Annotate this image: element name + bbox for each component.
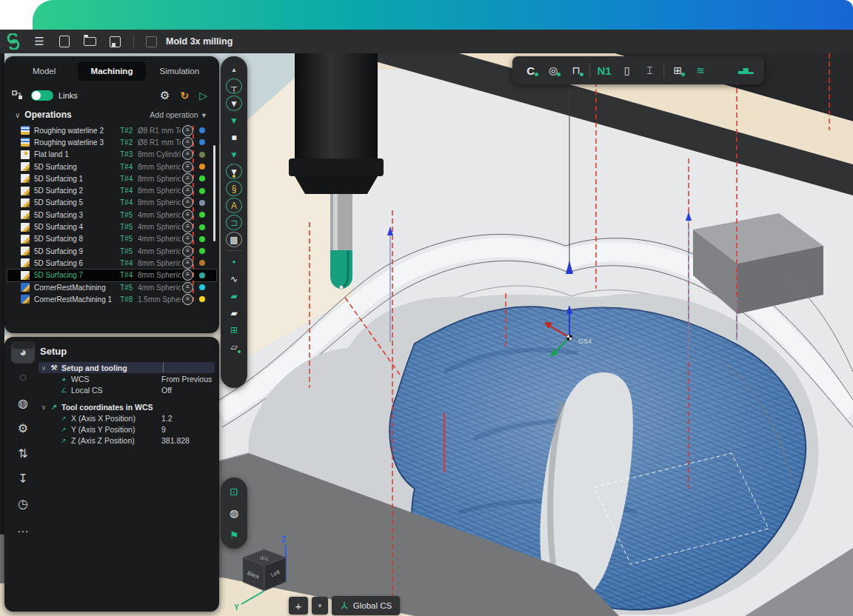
tool-pair-icon[interactable]: ⌶	[640, 61, 658, 79]
surface-grid-icon[interactable]: ⊞	[225, 321, 243, 338]
tab-machining[interactable]: Machining	[78, 61, 145, 81]
recalculate-button[interactable]: ↻	[180, 90, 189, 101]
stock-dashed-icon[interactable]: ◌	[11, 366, 35, 389]
stop-block-icon[interactable]: ■	[225, 129, 243, 146]
open-project-button[interactable]	[83, 35, 96, 48]
view-sphere-icon[interactable]: ◍	[226, 505, 242, 521]
operations-scrollbar[interactable]	[213, 145, 215, 241]
new-project-button[interactable]	[58, 35, 71, 48]
layers-icon[interactable]	[715, 61, 732, 79]
operation-row[interactable]: CornerRestMachining 1 T#8 1.5mm Spheri ≡	[7, 293, 216, 305]
operation-row[interactable]: 5D Surfacing 1 T#4 8mm Spherica ≡	[7, 173, 216, 184]
operation-tool-number: T#5	[120, 284, 138, 292]
collapse-toolbar-icon[interactable]: ▴	[225, 61, 243, 78]
operation-row[interactable]: Roughing waterline 2 T#2 Ø8 R1 mm Tor ≡	[7, 124, 216, 136]
operation-tool-number: T#4	[120, 259, 138, 267]
simulation-toolbar: C ◎ ⊓ N1 ▯ ⌶ ⊞ ≋ ▃▆▂	[512, 56, 764, 84]
operation-row[interactable]: 5D Surfacing 6 T#4 8mm Spherica ≡	[7, 257, 216, 269]
operation-link-icon[interactable]: ≡	[182, 137, 193, 148]
probe-icon[interactable]: ◎	[544, 61, 562, 79]
machine-settings-icon[interactable]: ⚙	[11, 417, 35, 439]
operation-link-icon[interactable]: ≡	[182, 125, 193, 136]
surface-points-icon[interactable]: ▱	[225, 338, 243, 355]
operation-row[interactable]: CornerRestMachining T#5 4mm Spherica ≡	[7, 281, 216, 293]
show-holder-icon[interactable]: ┬	[225, 78, 243, 95]
operation-row[interactable]: 5D Surfacing 5 T#4 8mm Spherica ≡	[7, 197, 216, 209]
caliper-icon[interactable]: ⊓	[567, 61, 585, 79]
holder-warn-icon[interactable]: A	[225, 197, 243, 214]
row-axis-z[interactable]: ↗ Z (Axis Z Position) 381.828	[39, 435, 215, 446]
operation-link-icon[interactable]: ≡	[182, 197, 193, 208]
operation-link-icon[interactable]: ≡	[182, 270, 193, 281]
operation-link-icon[interactable]: ≡	[182, 258, 193, 269]
main-menu-button[interactable]: ☰	[33, 35, 46, 48]
fit-view-icon[interactable]: ⊡	[226, 483, 242, 500]
local-cs-value[interactable]: Off	[161, 386, 172, 395]
cs-dropdown-button[interactable]: ▾	[312, 597, 328, 615]
operation-link-icon[interactable]: ≡	[182, 173, 193, 184]
time-estimate-icon[interactable]: ◷	[11, 492, 35, 515]
tool-collar-icon[interactable]: ▼	[225, 112, 243, 129]
wcs-value[interactable]: From Previous	[161, 375, 212, 384]
nc-program-icon[interactable]: N1	[595, 61, 613, 79]
more-icon[interactable]: …	[11, 518, 35, 540]
operation-row[interactable]: 5D Surfacing 7 T#4 8mm Spherica ≡	[7, 270, 216, 281]
fixture-icon[interactable]: ⊐	[225, 214, 243, 231]
tab-simulation[interactable]: Simulation	[146, 61, 213, 81]
mesh-hatch-icon[interactable]: ▩	[225, 231, 243, 248]
tab-model[interactable]: Model	[10, 61, 78, 81]
axis-x-value[interactable]: 1.2	[161, 414, 173, 423]
global-cs-button[interactable]: Global CS	[332, 596, 400, 615]
operation-row[interactable]: 5D Surfacing 8 T#5 4mm Spherica ≡	[7, 233, 216, 245]
tool-change-icon[interactable]: ↧	[11, 467, 35, 489]
toolpath-curve-icon[interactable]: ∿	[225, 270, 243, 287]
axis-y-value[interactable]: 9	[161, 425, 166, 434]
group-setup-and-tooling[interactable]: ∨ ⚒ Setup and tooling	[39, 362, 215, 373]
save-project-button[interactable]	[108, 35, 121, 48]
operation-link-icon[interactable]: ≡	[182, 149, 193, 160]
graph-analysis-icon[interactable]: ≋	[692, 61, 709, 79]
add-operation-button[interactable]: Add operation ▾	[150, 110, 213, 119]
operations-collapse-chevron[interactable]: ∨	[15, 111, 20, 119]
tool-tip-icon[interactable]: ▼	[225, 163, 243, 180]
operation-link-icon[interactable]: ≡	[182, 294, 193, 305]
step-flag-icon[interactable]: ⚑	[226, 527, 242, 543]
operation-row[interactable]: 5D Surfacing T#4 8mm Spherica ≡	[7, 161, 216, 173]
surface-flat-icon[interactable]: ▰	[225, 304, 243, 321]
operation-row[interactable]: Roughing waterline 3 T#2 Ø8 R1 mm Tor ≡	[7, 136, 216, 148]
show-tool-icon[interactable]: ▼	[225, 95, 243, 112]
operation-link-icon[interactable]: ≡	[182, 210, 193, 221]
group-tool-coordinates[interactable]: ∨ ↗ Tool coordinates in WCS	[39, 401, 215, 412]
links-toggle[interactable]	[31, 90, 53, 101]
operation-link-icon[interactable]: ≡	[182, 185, 193, 196]
control-panel-icon[interactable]: ⊞	[669, 61, 686, 79]
operation-link-icon[interactable]: ≡	[182, 233, 193, 244]
operation-link-icon[interactable]: ≡	[182, 246, 193, 257]
add-cs-button[interactable]: +	[289, 597, 308, 615]
operation-row[interactable]: 5D Surfacing 2 T#4 8mm Spherica ≡	[7, 184, 216, 196]
turn-setup-icon[interactable]: ◍	[11, 392, 35, 414]
operation-row[interactable]: 5D Surfacing 4 T#5 4mm Spherica ≡	[7, 221, 216, 232]
drill-spiral-icon[interactable]: §	[225, 180, 243, 197]
operation-row[interactable]: 5D Surfacing 9 T#5 4mm Spherica ≡	[7, 245, 216, 257]
operation-row[interactable]: 5D Surfacing 3 T#5 4mm Spherica ≡	[7, 209, 216, 221]
operation-link-icon[interactable]: ≡	[182, 282, 193, 293]
bar-chart-icon[interactable]: ▃▆▂	[737, 61, 755, 79]
report-sheet-icon[interactable]: ▯	[618, 61, 636, 79]
row-wcs[interactable]: ◕ WCS From Previous	[39, 373, 215, 384]
row-axis-y[interactable]: ↗ Y (Axis Y Position) 9	[39, 424, 215, 435]
surface-shaded-icon[interactable]: ▰	[225, 287, 243, 304]
operation-row[interactable]: Flat land 1 T#3 8mm Cylindric ≡	[7, 149, 216, 161]
axis-z-value[interactable]: 381.828	[161, 436, 190, 445]
axes-limits-icon[interactable]: ⇅	[11, 442, 35, 464]
operation-link-icon[interactable]: ≡	[182, 161, 193, 173]
run-simulation-button[interactable]: ▷	[199, 90, 207, 101]
operation-tool-desc: 4mm Spherica	[138, 235, 181, 243]
point-display-icon[interactable]: ●	[225, 253, 243, 270]
row-axis-x[interactable]: ↗ X (Axis X Position) 1.2	[39, 412, 215, 424]
tool-active-icon[interactable]: ▼	[225, 146, 243, 163]
operations-settings-button[interactable]: ⚙	[160, 89, 170, 102]
magnet-clamp-icon[interactable]: C	[522, 61, 540, 79]
row-local-cs[interactable]: ∠ Local CS Off	[39, 384, 215, 395]
operation-link-icon[interactable]: ≡	[182, 221, 193, 232]
